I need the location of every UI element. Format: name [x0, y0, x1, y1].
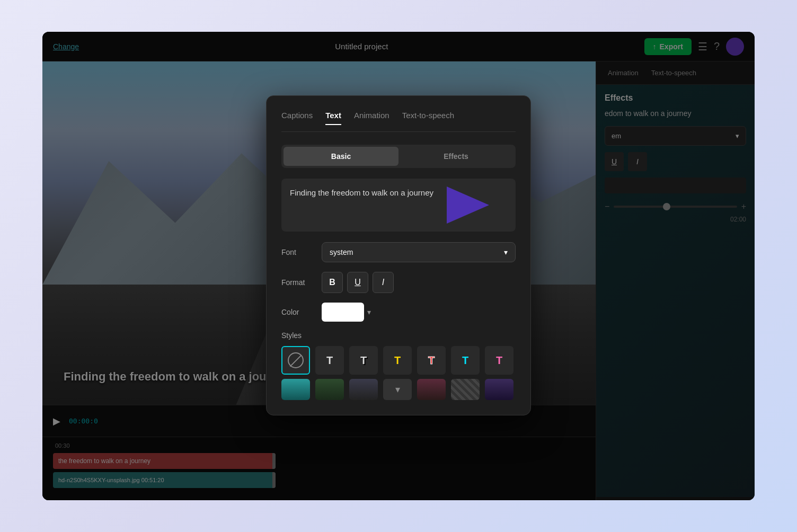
modal-tabs: Captions Text Animation Text-to-speech [281, 111, 516, 132]
style-plain[interactable]: T [315, 346, 344, 375]
basic-mode-button[interactable]: Basic [284, 147, 398, 166]
style-none[interactable] [281, 346, 310, 375]
style-purple-bg[interactable] [485, 379, 513, 400]
effects-mode-button[interactable]: Effects [398, 147, 513, 166]
cursor-triangle-icon [447, 187, 489, 224]
color-row: Color ▾ [281, 303, 516, 322]
styles-section: Styles T T T [281, 331, 516, 400]
styles-grid-row2: ▾ [281, 379, 516, 400]
style-pink-bg[interactable] [417, 379, 446, 400]
style-pink[interactable]: T [485, 346, 513, 375]
style-shadow[interactable]: T [349, 346, 378, 375]
font-dropdown[interactable]: system ▾ [322, 242, 516, 262]
style-dark-green-bg[interactable] [315, 379, 344, 400]
modal-overlay: Captions Text Animation Text-to-speech B… [42, 32, 755, 500]
style-gray-bg[interactable] [349, 379, 378, 400]
styles-label: Styles [281, 331, 516, 340]
style-chevron-bg[interactable]: ▾ [383, 379, 412, 400]
bold-button[interactable]: B [322, 272, 343, 293]
font-chevron-icon: ▾ [504, 248, 508, 256]
format-label: Format [281, 278, 313, 287]
text-display-area[interactable]: Finding the freedom to walk on a journey [281, 179, 516, 232]
text-edit-modal: Captions Text Animation Text-to-speech B… [266, 95, 531, 415]
font-label: Font [281, 248, 313, 256]
style-cyan[interactable]: T [451, 346, 480, 375]
color-label: Color [281, 308, 313, 316]
format-buttons: B U I [322, 272, 394, 293]
format-row: Format B U I [281, 272, 516, 293]
underline-format-button[interactable]: U [347, 272, 368, 293]
style-teal-bg[interactable] [281, 379, 310, 400]
no-style-icon [288, 352, 304, 368]
style-stripe-bg[interactable] [451, 379, 480, 400]
color-chevron-icon[interactable]: ▾ [367, 308, 371, 316]
text-content: Finding the freedom to walk on a journey [290, 188, 433, 197]
italic-format-button[interactable]: I [373, 272, 394, 293]
modal-tab-captions[interactable]: Captions [281, 111, 313, 125]
styles-grid: T T T T T [281, 346, 516, 375]
modal-tab-tts[interactable]: Text-to-speech [402, 111, 454, 125]
style-yellow[interactable]: T [383, 346, 412, 375]
font-row: Font system ▾ [281, 242, 516, 262]
style-outline-red[interactable]: T [417, 346, 446, 375]
modal-tab-animation[interactable]: Animation [354, 111, 389, 125]
app-window: Change Untitled project ↑ Export ☰ ? [42, 32, 755, 500]
mode-toggle: Basic Effects [281, 145, 516, 168]
modal-tab-text[interactable]: Text [325, 111, 341, 125]
color-picker-button[interactable] [322, 303, 364, 322]
svg-marker-0 [447, 187, 489, 224]
